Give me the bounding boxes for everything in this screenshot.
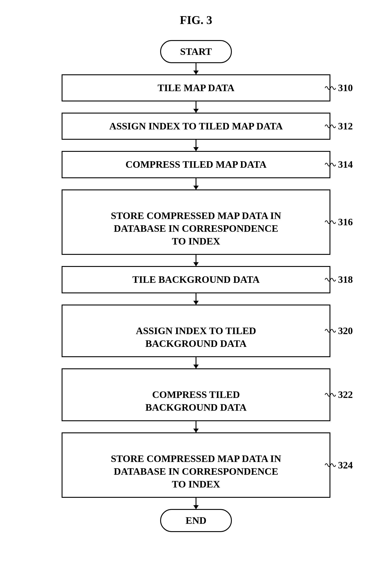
node-324: STORE COMPRESSED MAP DATA IN DATABASE IN… — [62, 432, 330, 498]
node-322-wrapper: COMPRESS TILED BACKGROUND DATA 322 — [39, 368, 353, 421]
arrow-2 — [196, 101, 196, 113]
arrow-8 — [196, 421, 196, 432]
flowchart: START TILE MAP DATA 310 ASSIGN INDEX TO … — [39, 40, 353, 532]
node-310: TILE MAP DATA — [62, 74, 330, 101]
arrow-7 — [196, 357, 196, 368]
node-316: STORE COMPRESSED MAP DATA IN DATABASE IN… — [62, 189, 330, 255]
squiggle-310 — [324, 85, 336, 91]
node-322: COMPRESS TILED BACKGROUND DATA — [62, 368, 330, 421]
arrow-9 — [196, 498, 196, 509]
node-314: COMPRESS TILED MAP DATA — [62, 151, 330, 178]
node-312-wrapper: ASSIGN INDEX TO TILED MAP DATA 312 — [39, 113, 353, 140]
ref-324: 324 — [324, 460, 353, 471]
end-terminal: END — [160, 509, 232, 532]
squiggle-320 — [324, 327, 336, 334]
node-324-wrapper: STORE COMPRESSED MAP DATA IN DATABASE IN… — [39, 432, 353, 498]
squiggle-316 — [324, 219, 336, 225]
node-316-wrapper: STORE COMPRESSED MAP DATA IN DATABASE IN… — [39, 189, 353, 255]
node-312: ASSIGN INDEX TO TILED MAP DATA — [62, 113, 330, 140]
arrow-6 — [196, 293, 196, 305]
ref-320: 320 — [324, 325, 353, 337]
node-320-wrapper: ASSIGN INDEX TO TILED BACKGROUND DATA 32… — [39, 305, 353, 357]
node-314-wrapper: COMPRESS TILED MAP DATA 314 — [39, 151, 353, 178]
figure-title: FIG. 3 — [180, 13, 212, 27]
squiggle-312 — [324, 123, 336, 130]
squiggle-318 — [324, 276, 336, 283]
squiggle-314 — [324, 161, 336, 168]
ref-314: 314 — [324, 159, 353, 170]
arrow-4 — [196, 178, 196, 189]
node-310-wrapper: TILE MAP DATA 310 — [39, 74, 353, 101]
node-318: TILE BACKGROUND DATA — [62, 266, 330, 293]
ref-310: 310 — [324, 82, 353, 94]
arrow-5 — [196, 255, 196, 266]
node-320: ASSIGN INDEX TO TILED BACKGROUND DATA — [62, 305, 330, 357]
ref-316: 316 — [324, 216, 353, 228]
ref-322: 322 — [324, 389, 353, 400]
arrow-1 — [196, 63, 196, 74]
squiggle-322 — [324, 391, 336, 398]
ref-312: 312 — [324, 120, 353, 132]
start-terminal: START — [160, 40, 232, 63]
squiggle-324 — [324, 462, 336, 469]
arrow-3 — [196, 140, 196, 151]
node-318-wrapper: TILE BACKGROUND DATA 318 — [39, 266, 353, 293]
page: FIG. 3 START TILE MAP DATA 310 ASSIGN — [0, 0, 392, 584]
ref-318: 318 — [324, 274, 353, 285]
